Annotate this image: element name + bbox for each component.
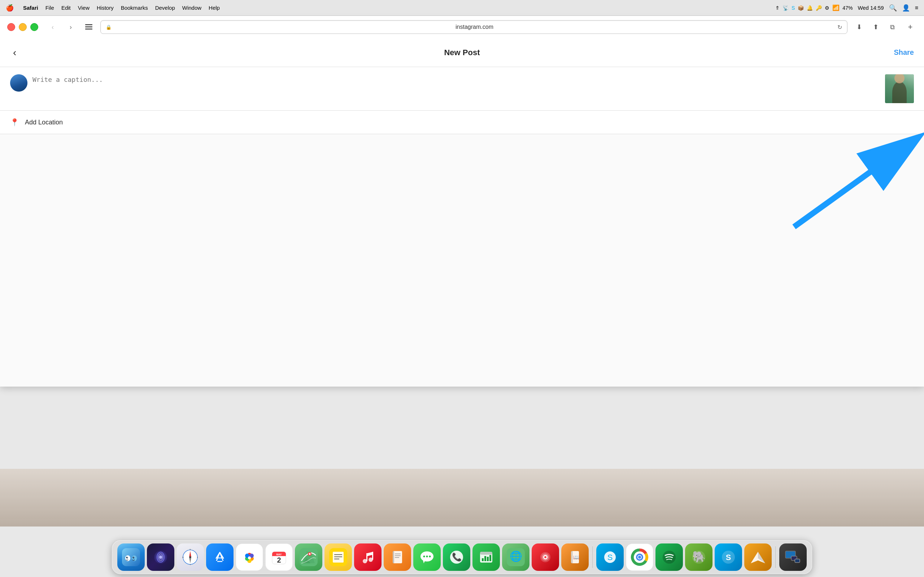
ig-user-avatar: [10, 74, 27, 92]
svg-point-65: [429, 556, 431, 558]
ssl-lock-icon: 🔒: [106, 24, 111, 30]
ig-main-content: [0, 134, 924, 387]
menu-bookmarks[interactable]: Bookmarks: [117, 5, 152, 11]
new-tab-button[interactable]: +: [904, 21, 917, 34]
airdrop-icon: 📡: [782, 5, 789, 11]
ig-share-button[interactable]: Share: [894, 48, 914, 56]
menu-bar: 🍎 Safari File Edit View History Bookmark…: [0, 0, 924, 16]
url-display: instagram.com: [115, 24, 835, 30]
svg-rect-71: [485, 556, 486, 561]
dock-icon-maps2[interactable]: 🌐: [502, 543, 530, 571]
dock-icon-music[interactable]: [354, 543, 381, 571]
svg-rect-1: [85, 26, 92, 27]
ig-header: ‹ New Post Share: [0, 38, 924, 67]
dock-icon-skype2[interactable]: S: [715, 543, 742, 571]
download-button[interactable]: ⬇: [853, 21, 866, 34]
menu-help[interactable]: Help: [205, 5, 223, 11]
menu-safari[interactable]: Safari: [19, 5, 42, 11]
ig-caption-input[interactable]: [32, 74, 885, 103]
menu-develop[interactable]: Develop: [152, 5, 179, 11]
dock-icon-messages[interactable]: [413, 543, 441, 571]
browser-actions: ⬇ ⬆ ⧉: [853, 21, 899, 34]
control-center-icon[interactable]: ≡: [915, 5, 918, 11]
dock-icon-appstore[interactable]: A: [206, 543, 234, 571]
menu-window[interactable]: Window: [179, 5, 205, 11]
sidebar-toggle-button[interactable]: [82, 21, 95, 34]
back-button[interactable]: ‹: [46, 21, 59, 34]
minimize-button[interactable]: [19, 23, 27, 31]
svg-rect-5: [122, 548, 140, 566]
svg-point-8: [126, 557, 128, 559]
ig-location-row[interactable]: 📍 Add Location: [0, 111, 924, 134]
svg-text:S: S: [726, 553, 731, 562]
dropbox-icon: 📦: [798, 5, 804, 11]
svg-point-9: [133, 557, 135, 559]
dock-icon-calendar[interactable]: 2 MAY: [265, 543, 293, 571]
location-icon: ⇑: [775, 5, 780, 11]
dock-icon-books[interactable]: 📖: [561, 543, 589, 571]
dock-icon-skype[interactable]: S: [596, 543, 624, 571]
dock-icon-whatsapp[interactable]: 📞: [443, 543, 470, 571]
dock-icon-siri[interactable]: [147, 543, 174, 571]
dock-icon-finder[interactable]: [117, 543, 145, 571]
dock-icon-itunes[interactable]: [531, 543, 559, 571]
svg-text:E: E: [197, 556, 198, 558]
dock-separator: [592, 546, 593, 568]
svg-rect-81: [571, 551, 573, 563]
address-bar[interactable]: 🔒 instagram.com ↻: [100, 20, 848, 34]
svg-text:W: W: [182, 556, 184, 558]
svg-point-63: [423, 556, 425, 558]
traffic-lights: [7, 23, 38, 31]
instagram-page: ‹ New Post Share 📍 Add Location: [0, 38, 924, 387]
svg-point-11: [134, 557, 134, 558]
dock-icon-chrome[interactable]: [626, 543, 653, 571]
svg-rect-57: [393, 551, 394, 563]
svg-marker-62: [423, 561, 425, 563]
dock-icon-maps[interactable]: [295, 543, 322, 571]
forward-button[interactable]: ›: [64, 21, 77, 34]
maximize-button[interactable]: [30, 23, 38, 31]
dock-icon-ibooks[interactable]: [384, 543, 411, 571]
menu-history[interactable]: History: [93, 5, 117, 11]
ig-caption-area: [0, 67, 924, 111]
dock-icon-photos[interactable]: [236, 543, 263, 571]
dock-icon-evernote[interactable]: 🐘: [685, 543, 712, 571]
menu-view[interactable]: View: [74, 5, 93, 11]
reload-button[interactable]: ↻: [837, 24, 842, 31]
dock-icon-airmail[interactable]: [744, 543, 772, 571]
tab-overview-button[interactable]: ⧉: [886, 21, 899, 34]
ig-location-icon: 📍: [10, 118, 19, 127]
user-avatar-icon[interactable]: 👤: [902, 4, 910, 12]
dock-container: N S E W A: [0, 527, 924, 577]
share-button[interactable]: ⬆: [869, 21, 882, 34]
menu-bar-right: ⇑ 📡 S 📦 🔔 🔑 ⚙ 📶 47% Wed 14:59 🔍 👤 ≡: [775, 4, 918, 12]
svg-point-21: [189, 556, 191, 558]
svg-point-89: [638, 556, 641, 559]
svg-point-46: [309, 553, 311, 555]
dock-icon-numbers[interactable]: [472, 543, 500, 571]
menu-edit[interactable]: Edit: [58, 5, 74, 11]
svg-text:📞: 📞: [452, 552, 462, 562]
dock-icon-safari[interactable]: N S E W: [176, 543, 204, 571]
ig-back-button[interactable]: ‹: [10, 45, 19, 60]
battery-display: 47%: [842, 5, 853, 11]
svg-text:S: S: [607, 553, 613, 562]
search-icon[interactable]: 🔍: [889, 4, 897, 12]
clock-display: Wed 14:59: [858, 5, 884, 11]
svg-rect-72: [487, 557, 489, 561]
close-button[interactable]: [7, 23, 15, 31]
svg-text:🐘: 🐘: [692, 550, 706, 563]
dock-icon-notes[interactable]: [325, 543, 352, 571]
notification-icon: 🔔: [807, 5, 813, 11]
svg-text:MAY: MAY: [276, 553, 282, 556]
wifi-icon: 📶: [832, 4, 840, 11]
menu-file[interactable]: File: [42, 5, 58, 11]
svg-text:🌐: 🌐: [510, 550, 522, 562]
svg-text:2: 2: [277, 556, 281, 564]
1password-icon: 🔑: [816, 5, 822, 11]
apple-menu[interactable]: 🍎: [6, 4, 14, 12]
dock-icon-spotify[interactable]: [656, 543, 683, 571]
svg-point-10: [127, 557, 128, 558]
dock-icon-screen[interactable]: [779, 543, 807, 571]
extra-icon: ⚙: [825, 5, 829, 11]
